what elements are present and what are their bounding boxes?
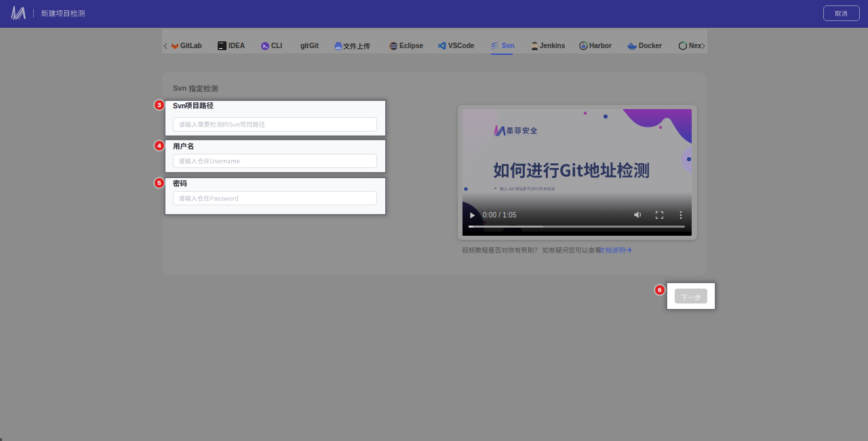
svg-text:r: r [682,44,684,48]
svg-text:docker: docker [630,48,635,50]
